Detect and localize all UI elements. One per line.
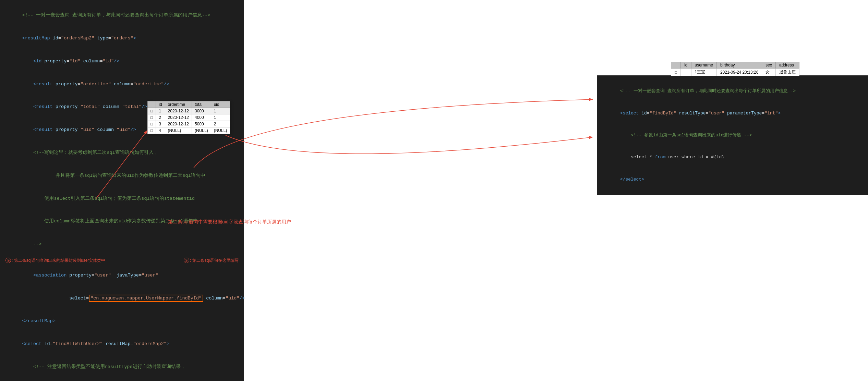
orders-ot-2: 2020-12-12 — [165, 114, 192, 121]
orders-id-2: 2 — [156, 114, 165, 121]
annotation-3-line: ③: 第二条sql语句查询出来的结果封装到user实体类中 ②: 第二条sql语… — [5, 257, 239, 264]
orders-th-id: id — [156, 101, 165, 108]
orders-cb-1: □ — [148, 108, 156, 114]
orders-ot-3: 2020-12-12 — [165, 121, 192, 127]
user-addr-1: 退鲁山庄 — [776, 69, 799, 76]
bottom-annotation: 第二条sql语句中需要根据uid字段查询每个订单所属的用户 — [168, 219, 291, 225]
right-code-panel: <!-- 一对一嵌套查询 查询所有订单，与此同时还要查询出每个订单所属的用户信息… — [597, 75, 868, 195]
user-table: id username birthday sex address □ 1王宝 2… — [671, 62, 799, 76]
select-line: select="cn.xuguowen.mapper.UserMapper.fi… — [5, 287, 239, 310]
user-cb-1: □ — [671, 69, 680, 76]
user-th-cb — [671, 62, 680, 69]
orders-cb-2: □ — [148, 114, 156, 121]
left-code-panel: <!-- 一对一嵌套查询 查询所有订单，与此同时还要查询出每个订单所属的用户信息… — [0, 0, 244, 381]
orders-uid-3: 2 — [211, 121, 230, 127]
orders-row-3: □ 3 2020-12-12 5000 2 — [148, 121, 230, 127]
right-select-close: </select> — [604, 168, 861, 190]
right-comment-param: <!-- 参数id由第一条sql语句查询出来的uid进行传递 --> — [604, 124, 861, 146]
user-id-1 — [681, 69, 691, 76]
annotation-2-text: ②: 第二条sql语句在这里编写 — [184, 257, 239, 264]
comment-orders-1: <!-- 注意返回结果类型不能使用resultType进行自动封装查询结果， — [5, 356, 239, 379]
comment-4: 使用select引入第二条sql语句；值为第二条sql语句的statementi… — [5, 187, 239, 210]
orders-th-uid: uid — [211, 101, 230, 108]
user-bday-1: 2021-09-24 20:13:26 — [716, 69, 762, 76]
orders-cb-3: □ — [148, 121, 156, 127]
orders-total-1: 3000 — [192, 108, 211, 114]
orders-th-ordertime: ordertime — [165, 101, 192, 108]
id-line: <id property="id" column="id"/> — [5, 50, 239, 73]
orders-th-total: total — [192, 101, 211, 108]
orders-total-3: 5000 — [192, 121, 211, 127]
right-select-open: <select id="findById" resultType="user" … — [604, 102, 861, 124]
user-table-container: id username birthday sex address □ 1王宝 2… — [671, 62, 799, 76]
comment-close: --> — [5, 233, 239, 256]
user-th-address: address — [776, 62, 799, 69]
orders-total-4: (NULL) — [192, 127, 211, 134]
orders-ot-4: (NULL) — [165, 127, 192, 134]
orders-cb-4: □ — [148, 127, 156, 134]
association-line: <association property="user" javaType="u… — [5, 264, 239, 287]
orders-table: id ordertime total uid □ 1 2020-12-12 30… — [147, 101, 230, 134]
main-container: <!-- 一对一嵌套查询 查询所有订单，与此同时还要查询出每个订单所属的用户信息… — [0, 0, 868, 381]
orders-row-4: □ 4 (NULL) (NULL) (NULL) — [148, 127, 230, 134]
user-th-username: username — [691, 62, 716, 69]
user-th-id: id — [681, 62, 691, 69]
right-comment-1: <!-- 一对一嵌套查询 查询所有订单，与此同时还要查询出每个订单所属的用户信息… — [604, 80, 861, 102]
orders-id-4: 4 — [156, 127, 165, 134]
orders-uid-1: 1 — [211, 108, 230, 114]
comment-3: 并且将第一条sql语句查询出来的uid作为参数传递到第二天sql语句中 — [5, 164, 239, 187]
user-row-1: □ 1王宝 2021-09-24 20:13:26 女 退鲁山庄 — [671, 69, 799, 76]
comment-line-1: <!-- 一对一嵌套查询 查询所有订单，与此同时还要查询出每个订单所属的用户信息… — [5, 4, 239, 27]
orders-row-1: □ 1 2020-12-12 3000 1 — [148, 108, 230, 114]
orders-id-3: 3 — [156, 121, 165, 127]
orders-ot-1: 2020-12-12 — [165, 108, 192, 114]
orders-uid-4: (NULL) — [211, 127, 230, 134]
user-th-sex: sex — [762, 62, 776, 69]
annotation-3-text: ③: 第二条sql语句查询出来的结果封装到user实体类中 — [5, 257, 105, 264]
right-query-line: select * from user where id = #{id} — [604, 146, 861, 168]
user-th-birthday: birthday — [716, 62, 762, 69]
user-name-1: 1王宝 — [691, 69, 716, 76]
resultmap-open: <resultMap id="ordersMap2" type="orders"… — [5, 27, 239, 50]
resultmap-close: </resultMap> — [5, 310, 239, 333]
orders-uid-2: 1 — [211, 114, 230, 121]
orders-total-2: 4000 — [192, 114, 211, 121]
orders-row-2: □ 2 2020-12-12 4000 1 — [148, 114, 230, 121]
orders-id-1: 1 — [156, 108, 165, 114]
orders-table-container: id ordertime total uid □ 1 2020-12-12 30… — [147, 101, 230, 134]
select-open: <select id="findAllWithUser2" resultMap=… — [5, 333, 239, 356]
user-sex-1: 女 — [762, 69, 776, 76]
result-ordertime: <result property="ordertime" column="ord… — [5, 73, 239, 96]
orders-th-checkbox — [148, 101, 156, 108]
comment-2: <!--写到这里：就要考虑到第二次sql查询语句如何引入， — [5, 142, 239, 164]
comment-orders-2: 因为Orders实体类中还存在一个属性 user — [5, 379, 239, 381]
